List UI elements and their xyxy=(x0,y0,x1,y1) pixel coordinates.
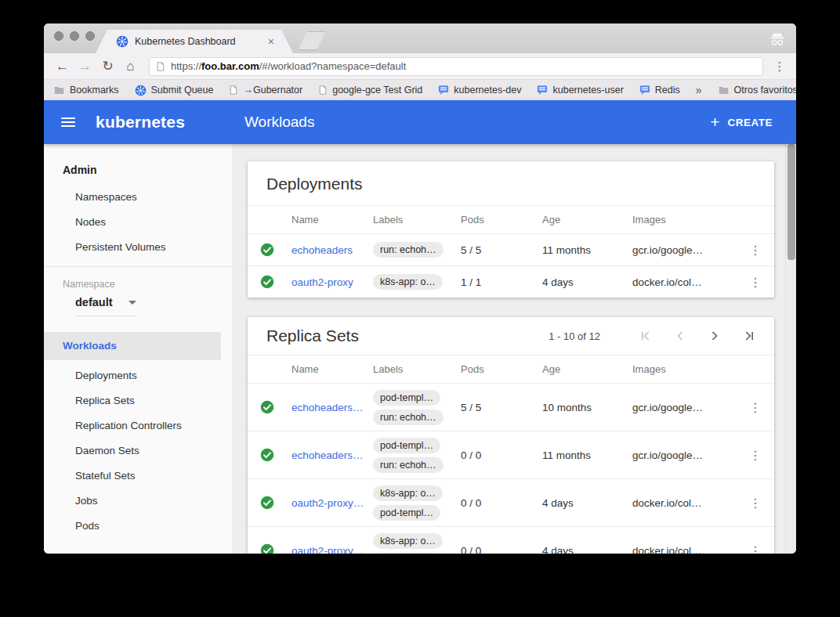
back-icon[interactable]: ← xyxy=(52,56,73,77)
reload-icon[interactable]: ↻ xyxy=(97,56,118,77)
row-menu-icon[interactable]: ⋮ xyxy=(737,543,774,554)
table-row: oauth2-proxy… k8s-app: o…pod-templ… 0 / … xyxy=(248,526,774,554)
window-minimize-button[interactable] xyxy=(70,31,79,41)
resource-link[interactable]: oauth2-proxy xyxy=(291,276,353,288)
browser-tab[interactable]: Kubernetes Dashboard × xyxy=(96,30,293,53)
status-ok-icon xyxy=(260,400,291,414)
folder-icon xyxy=(718,85,730,96)
row-menu-icon[interactable]: ⋮ xyxy=(737,448,774,463)
folder-icon xyxy=(53,85,65,96)
column-header-images: Images xyxy=(632,363,774,375)
namespace-value: default xyxy=(75,296,113,308)
label-chip: k8s-app: o… xyxy=(373,533,443,549)
resource-link[interactable]: echoheaders… xyxy=(291,402,364,413)
namespace-select[interactable]: default xyxy=(75,296,136,316)
window-zoom-button[interactable] xyxy=(85,31,95,41)
bookmark-bookmarks[interactable]: Bookmarks xyxy=(53,85,119,96)
column-header-images: Images xyxy=(632,214,774,226)
bookmark-redis[interactable]: Redis xyxy=(639,85,680,96)
images-cell: gcr.io/google… xyxy=(632,402,737,413)
bookmark-label: Bookmarks xyxy=(70,85,119,96)
sidebar-item-workloads[interactable]: Workloads xyxy=(44,332,221,360)
previous-page-icon[interactable] xyxy=(672,328,688,344)
bookmark-items: BookmarksSubmit Queue→Gubernatorgoogle-g… xyxy=(53,85,680,96)
bookmark-google-gce-test-grid[interactable]: google-gce Test Grid xyxy=(318,85,422,96)
images-cell: gcr.io/google… xyxy=(632,244,737,256)
age-cell: 4 days xyxy=(542,497,632,509)
age-cell: 11 months xyxy=(542,244,632,256)
sidebar-item-nodes[interactable]: Nodes xyxy=(44,210,232,235)
main-area: Admin NamespacesNodesPersistent Volumes … xyxy=(44,144,796,554)
images-cell: docker.io/col… xyxy=(632,545,737,554)
browser-titlebar: Kubernetes Dashboard × xyxy=(44,23,796,53)
pods-cell: 0 / 0 xyxy=(461,449,542,461)
window-close-button[interactable] xyxy=(54,31,63,41)
kubernetes-icon xyxy=(135,85,147,96)
row-menu-icon[interactable]: ⋮ xyxy=(737,243,774,258)
resource-link[interactable]: oauth2-proxy… xyxy=(291,545,364,554)
bookmark-kubernetes-dev[interactable]: kubernetes-dev xyxy=(438,85,521,96)
column-header-pods: Pods xyxy=(461,363,542,375)
browser-menu-icon[interactable]: ⋮ xyxy=(771,60,788,74)
deployments-card: Deployments NameLabelsPodsAgeImages echo… xyxy=(248,161,774,298)
sidebar-item-replica-sets[interactable]: Replica Sets xyxy=(44,388,232,413)
row-menu-icon[interactable]: ⋮ xyxy=(737,400,774,415)
tab-close-icon[interactable]: × xyxy=(268,36,274,47)
scrollbar[interactable] xyxy=(785,144,796,554)
sidebar-item-replication-controllers[interactable]: Replication Controllers xyxy=(44,413,232,438)
browser-window: Kubernetes Dashboard × ← → ↻ ⌂ https://f… xyxy=(44,23,796,554)
bookmark-label: Submit Queue xyxy=(151,85,214,96)
next-page-icon[interactable] xyxy=(707,328,722,344)
bookmark-kubernetes-user[interactable]: kubernetes-user xyxy=(537,85,623,96)
chat-icon xyxy=(639,85,650,96)
label-chip: pod-templ… xyxy=(373,505,440,521)
new-tab-button[interactable] xyxy=(298,31,326,50)
label-chip: run: echoh… xyxy=(373,242,444,258)
age-cell: 4 days xyxy=(542,276,632,288)
hamburger-menu-icon[interactable] xyxy=(61,117,75,127)
sidebar-item-jobs[interactable]: Jobs xyxy=(44,489,232,514)
table-row: echoheaders run: echoh… 5 / 5 11 months … xyxy=(248,234,774,265)
home-icon[interactable]: ⌂ xyxy=(120,56,141,77)
status-ok-icon xyxy=(260,243,291,257)
forward-icon[interactable]: → xyxy=(74,56,96,77)
sidebar-item-persistent-volumes[interactable]: Persistent Volumes xyxy=(44,235,232,260)
table-header: NameLabelsPodsAgeImages xyxy=(248,355,774,384)
sidebar-item-daemon-sets[interactable]: Daemon Sets xyxy=(44,438,232,464)
admin-items: NamespacesNodesPersistent Volumes xyxy=(44,185,232,260)
sidebar-item-pods[interactable]: Pods xyxy=(44,514,232,539)
resource-link[interactable]: echoheaders xyxy=(291,244,353,256)
bookmarks-overflow-icon[interactable]: » xyxy=(696,84,702,96)
brand-zone: kubernetes xyxy=(44,113,232,132)
first-page-icon[interactable] xyxy=(638,328,654,344)
status-ok-icon xyxy=(260,448,291,462)
page-icon xyxy=(229,85,238,96)
sidebar-item-namespaces[interactable]: Namespaces xyxy=(44,185,232,210)
tab-title: Kubernetes Dashboard xyxy=(135,36,262,47)
pods-cell: 5 / 5 xyxy=(461,402,542,413)
last-page-icon[interactable] xyxy=(741,328,757,344)
row-menu-icon[interactable]: ⋮ xyxy=(737,275,774,290)
row-menu-icon[interactable]: ⋮ xyxy=(737,496,774,511)
card-title: Deployments xyxy=(266,175,755,193)
sidebar-item-deployments[interactable]: Deployments xyxy=(44,363,232,388)
sidebar-item-admin[interactable]: Admin xyxy=(44,155,232,185)
table-body: echoheaders… pod-templ…run: echoh… 5 / 5… xyxy=(248,384,774,554)
replica-sets-card: Replica Sets 1 - 10 of 12 NameLab xyxy=(248,317,774,554)
address-bar[interactable]: https://foo.bar.com/#/workload?namespace… xyxy=(149,57,763,76)
status-ok-icon xyxy=(260,275,291,289)
label-chip: pod-templ… xyxy=(373,390,440,406)
resource-link[interactable]: oauth2-proxy… xyxy=(291,497,364,509)
bookmark-gubernator[interactable]: →Gubernator xyxy=(229,85,302,96)
namespace-label: Namespace xyxy=(44,279,232,290)
create-button[interactable]: + CREATE xyxy=(710,114,773,130)
resource-link[interactable]: echoheaders… xyxy=(291,449,364,461)
bookmark-otros-favoritos[interactable]: Otros favoritos xyxy=(718,85,796,96)
pods-cell: 5 / 5 xyxy=(461,244,542,256)
pods-cell: 0 / 0 xyxy=(461,497,542,509)
sidebar-item-stateful-sets[interactable]: Stateful Sets xyxy=(44,464,232,489)
kubernetes-icon xyxy=(116,35,129,48)
scrollbar-thumb[interactable] xyxy=(788,144,795,260)
bookmark-label: →Gubernator xyxy=(243,85,302,96)
bookmark-submit-queue[interactable]: Submit Queue xyxy=(135,85,214,96)
